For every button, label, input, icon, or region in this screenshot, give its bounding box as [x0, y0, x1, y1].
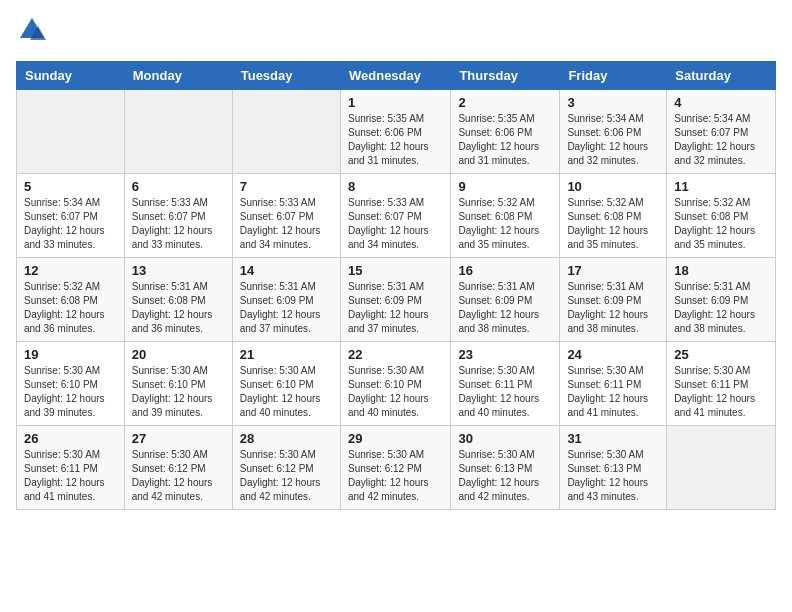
cell-info: Sunrise: 5:30 AM Sunset: 6:10 PM Dayligh… — [240, 364, 333, 420]
weekday-header-friday: Friday — [560, 62, 667, 90]
cell-info: Sunrise: 5:33 AM Sunset: 6:07 PM Dayligh… — [240, 196, 333, 252]
week-row-3: 12Sunrise: 5:32 AM Sunset: 6:08 PM Dayli… — [17, 258, 776, 342]
cell-info: Sunrise: 5:30 AM Sunset: 6:11 PM Dayligh… — [674, 364, 768, 420]
calendar-cell: 23Sunrise: 5:30 AM Sunset: 6:11 PM Dayli… — [451, 342, 560, 426]
day-number: 19 — [24, 347, 117, 362]
weekday-header-row: SundayMondayTuesdayWednesdayThursdayFrid… — [17, 62, 776, 90]
day-number: 28 — [240, 431, 333, 446]
day-number: 10 — [567, 179, 659, 194]
calendar-cell: 12Sunrise: 5:32 AM Sunset: 6:08 PM Dayli… — [17, 258, 125, 342]
calendar-cell: 16Sunrise: 5:31 AM Sunset: 6:09 PM Dayli… — [451, 258, 560, 342]
day-number: 18 — [674, 263, 768, 278]
day-number: 12 — [24, 263, 117, 278]
cell-info: Sunrise: 5:32 AM Sunset: 6:08 PM Dayligh… — [458, 196, 552, 252]
cell-info: Sunrise: 5:31 AM Sunset: 6:09 PM Dayligh… — [567, 280, 659, 336]
day-number: 30 — [458, 431, 552, 446]
day-number: 21 — [240, 347, 333, 362]
calendar-cell: 1Sunrise: 5:35 AM Sunset: 6:06 PM Daylig… — [340, 90, 450, 174]
cell-info: Sunrise: 5:30 AM Sunset: 6:13 PM Dayligh… — [458, 448, 552, 504]
day-number: 2 — [458, 95, 552, 110]
day-number: 29 — [348, 431, 443, 446]
calendar-cell: 13Sunrise: 5:31 AM Sunset: 6:08 PM Dayli… — [124, 258, 232, 342]
week-row-4: 19Sunrise: 5:30 AM Sunset: 6:10 PM Dayli… — [17, 342, 776, 426]
day-number: 16 — [458, 263, 552, 278]
cell-info: Sunrise: 5:32 AM Sunset: 6:08 PM Dayligh… — [567, 196, 659, 252]
calendar-cell — [232, 90, 340, 174]
day-number: 24 — [567, 347, 659, 362]
day-number: 14 — [240, 263, 333, 278]
calendar-cell: 19Sunrise: 5:30 AM Sunset: 6:10 PM Dayli… — [17, 342, 125, 426]
calendar-cell: 10Sunrise: 5:32 AM Sunset: 6:08 PM Dayli… — [560, 174, 667, 258]
calendar-cell: 15Sunrise: 5:31 AM Sunset: 6:09 PM Dayli… — [340, 258, 450, 342]
weekday-header-sunday: Sunday — [17, 62, 125, 90]
cell-info: Sunrise: 5:30 AM Sunset: 6:11 PM Dayligh… — [458, 364, 552, 420]
cell-info: Sunrise: 5:32 AM Sunset: 6:08 PM Dayligh… — [24, 280, 117, 336]
calendar-cell: 24Sunrise: 5:30 AM Sunset: 6:11 PM Dayli… — [560, 342, 667, 426]
day-number: 8 — [348, 179, 443, 194]
calendar-cell: 4Sunrise: 5:34 AM Sunset: 6:07 PM Daylig… — [667, 90, 776, 174]
calendar-cell: 17Sunrise: 5:31 AM Sunset: 6:09 PM Dayli… — [560, 258, 667, 342]
weekday-header-saturday: Saturday — [667, 62, 776, 90]
day-number: 11 — [674, 179, 768, 194]
cell-info: Sunrise: 5:30 AM Sunset: 6:10 PM Dayligh… — [348, 364, 443, 420]
day-number: 25 — [674, 347, 768, 362]
day-number: 23 — [458, 347, 552, 362]
calendar-cell: 3Sunrise: 5:34 AM Sunset: 6:06 PM Daylig… — [560, 90, 667, 174]
weekday-header-wednesday: Wednesday — [340, 62, 450, 90]
weekday-header-thursday: Thursday — [451, 62, 560, 90]
calendar-cell: 20Sunrise: 5:30 AM Sunset: 6:10 PM Dayli… — [124, 342, 232, 426]
day-number: 27 — [132, 431, 225, 446]
calendar-cell: 18Sunrise: 5:31 AM Sunset: 6:09 PM Dayli… — [667, 258, 776, 342]
calendar-cell: 27Sunrise: 5:30 AM Sunset: 6:12 PM Dayli… — [124, 426, 232, 510]
cell-info: Sunrise: 5:31 AM Sunset: 6:09 PM Dayligh… — [240, 280, 333, 336]
calendar-cell: 26Sunrise: 5:30 AM Sunset: 6:11 PM Dayli… — [17, 426, 125, 510]
page-header — [16, 16, 776, 49]
weekday-header-tuesday: Tuesday — [232, 62, 340, 90]
cell-info: Sunrise: 5:30 AM Sunset: 6:12 PM Dayligh… — [348, 448, 443, 504]
calendar-cell: 14Sunrise: 5:31 AM Sunset: 6:09 PM Dayli… — [232, 258, 340, 342]
calendar-cell: 28Sunrise: 5:30 AM Sunset: 6:12 PM Dayli… — [232, 426, 340, 510]
logo — [16, 16, 46, 49]
cell-info: Sunrise: 5:33 AM Sunset: 6:07 PM Dayligh… — [132, 196, 225, 252]
calendar-cell — [17, 90, 125, 174]
cell-info: Sunrise: 5:32 AM Sunset: 6:08 PM Dayligh… — [674, 196, 768, 252]
logo-icon — [18, 16, 46, 44]
calendar-cell: 21Sunrise: 5:30 AM Sunset: 6:10 PM Dayli… — [232, 342, 340, 426]
cell-info: Sunrise: 5:34 AM Sunset: 6:06 PM Dayligh… — [567, 112, 659, 168]
week-row-1: 1Sunrise: 5:35 AM Sunset: 6:06 PM Daylig… — [17, 90, 776, 174]
calendar-cell: 7Sunrise: 5:33 AM Sunset: 6:07 PM Daylig… — [232, 174, 340, 258]
cell-info: Sunrise: 5:30 AM Sunset: 6:12 PM Dayligh… — [132, 448, 225, 504]
cell-info: Sunrise: 5:34 AM Sunset: 6:07 PM Dayligh… — [24, 196, 117, 252]
calendar-cell: 31Sunrise: 5:30 AM Sunset: 6:13 PM Dayli… — [560, 426, 667, 510]
calendar-cell: 30Sunrise: 5:30 AM Sunset: 6:13 PM Dayli… — [451, 426, 560, 510]
cell-info: Sunrise: 5:35 AM Sunset: 6:06 PM Dayligh… — [458, 112, 552, 168]
cell-info: Sunrise: 5:30 AM Sunset: 6:10 PM Dayligh… — [132, 364, 225, 420]
calendar-cell: 11Sunrise: 5:32 AM Sunset: 6:08 PM Dayli… — [667, 174, 776, 258]
day-number: 7 — [240, 179, 333, 194]
cell-info: Sunrise: 5:30 AM Sunset: 6:11 PM Dayligh… — [567, 364, 659, 420]
cell-info: Sunrise: 5:30 AM Sunset: 6:10 PM Dayligh… — [24, 364, 117, 420]
day-number: 4 — [674, 95, 768, 110]
calendar-cell — [124, 90, 232, 174]
day-number: 1 — [348, 95, 443, 110]
cell-info: Sunrise: 5:30 AM Sunset: 6:13 PM Dayligh… — [567, 448, 659, 504]
calendar-cell — [667, 426, 776, 510]
calendar-cell: 8Sunrise: 5:33 AM Sunset: 6:07 PM Daylig… — [340, 174, 450, 258]
week-row-5: 26Sunrise: 5:30 AM Sunset: 6:11 PM Dayli… — [17, 426, 776, 510]
calendar-cell: 5Sunrise: 5:34 AM Sunset: 6:07 PM Daylig… — [17, 174, 125, 258]
day-number: 5 — [24, 179, 117, 194]
cell-info: Sunrise: 5:30 AM Sunset: 6:12 PM Dayligh… — [240, 448, 333, 504]
day-number: 17 — [567, 263, 659, 278]
cell-info: Sunrise: 5:30 AM Sunset: 6:11 PM Dayligh… — [24, 448, 117, 504]
day-number: 9 — [458, 179, 552, 194]
calendar-cell: 25Sunrise: 5:30 AM Sunset: 6:11 PM Dayli… — [667, 342, 776, 426]
cell-info: Sunrise: 5:34 AM Sunset: 6:07 PM Dayligh… — [674, 112, 768, 168]
calendar-cell: 22Sunrise: 5:30 AM Sunset: 6:10 PM Dayli… — [340, 342, 450, 426]
day-number: 31 — [567, 431, 659, 446]
day-number: 26 — [24, 431, 117, 446]
cell-info: Sunrise: 5:31 AM Sunset: 6:09 PM Dayligh… — [458, 280, 552, 336]
cell-info: Sunrise: 5:31 AM Sunset: 6:09 PM Dayligh… — [674, 280, 768, 336]
day-number: 20 — [132, 347, 225, 362]
day-number: 15 — [348, 263, 443, 278]
cell-info: Sunrise: 5:31 AM Sunset: 6:08 PM Dayligh… — [132, 280, 225, 336]
